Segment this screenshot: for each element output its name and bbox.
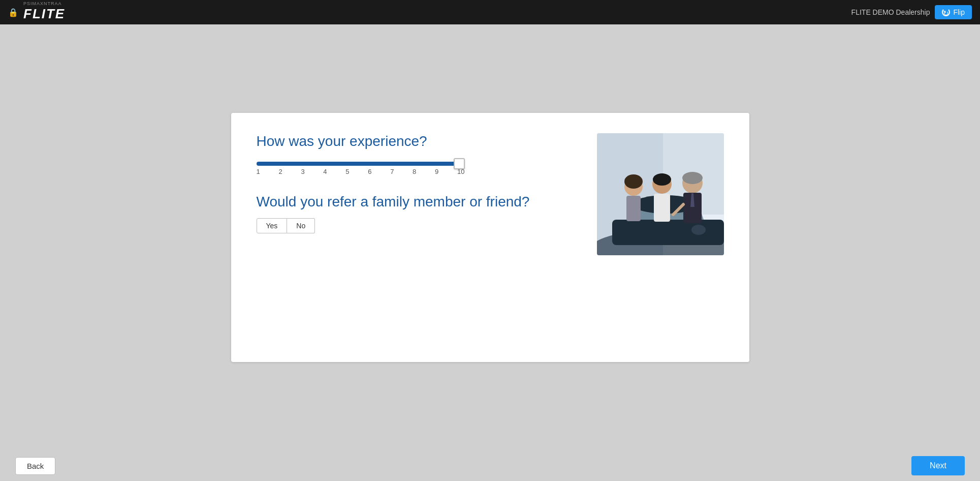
question2-title: Would you refer a family member or frien… — [257, 194, 577, 210]
no-button[interactable]: No — [287, 218, 315, 233]
logo-container: PSIMAXNTRAA FLITE — [23, 3, 65, 22]
card-left: How was your experience? 1 2 3 4 5 6 7 8… — [257, 133, 577, 255]
flip-label: Flip — [953, 8, 965, 16]
svg-rect-9 — [626, 196, 641, 221]
header-right: FLITE DEMO Dealership ↻ Flip — [851, 5, 972, 19]
yes-no-buttons: Yes No — [257, 218, 577, 233]
yes-button[interactable]: Yes — [257, 218, 288, 233]
flip-button[interactable]: ↻ Flip — [935, 5, 972, 19]
main-content: How was your experience? 1 2 3 4 5 6 7 8… — [0, 24, 980, 450]
next-button[interactable]: Next — [911, 456, 965, 475]
svg-point-7 — [691, 225, 706, 235]
question1-title: How was your experience? — [257, 133, 577, 149]
lock-icon: 🔒 — [8, 8, 18, 17]
svg-point-10 — [624, 174, 643, 189]
experience-slider[interactable] — [257, 162, 465, 166]
back-button[interactable]: Back — [15, 457, 55, 475]
svg-point-16 — [682, 172, 703, 184]
logo-text: FLITE — [23, 6, 65, 22]
app-header: 🔒 PSIMAXNTRAA FLITE FLITE DEMO Dealershi… — [0, 0, 980, 24]
card-right — [597, 133, 724, 255]
dealership-name: FLITE DEMO Dealership — [851, 8, 930, 16]
svg-rect-4 — [612, 220, 724, 245]
svg-point-13 — [653, 173, 671, 186]
flip-icon: ↻ — [942, 8, 950, 16]
app-footer: Back Next — [0, 450, 980, 481]
survey-card: How was your experience? 1 2 3 4 5 6 7 8… — [231, 113, 749, 362]
logo-subtext: PSIMAXNTRAA — [23, 1, 65, 6]
slider-container: 1 2 3 4 5 6 7 8 9 10 — [257, 162, 577, 175]
experience-photo — [597, 133, 724, 255]
header-left: 🔒 PSIMAXNTRAA FLITE — [8, 3, 65, 22]
svg-rect-12 — [654, 194, 670, 222]
card-inner: How was your experience? 1 2 3 4 5 6 7 8… — [257, 133, 724, 255]
